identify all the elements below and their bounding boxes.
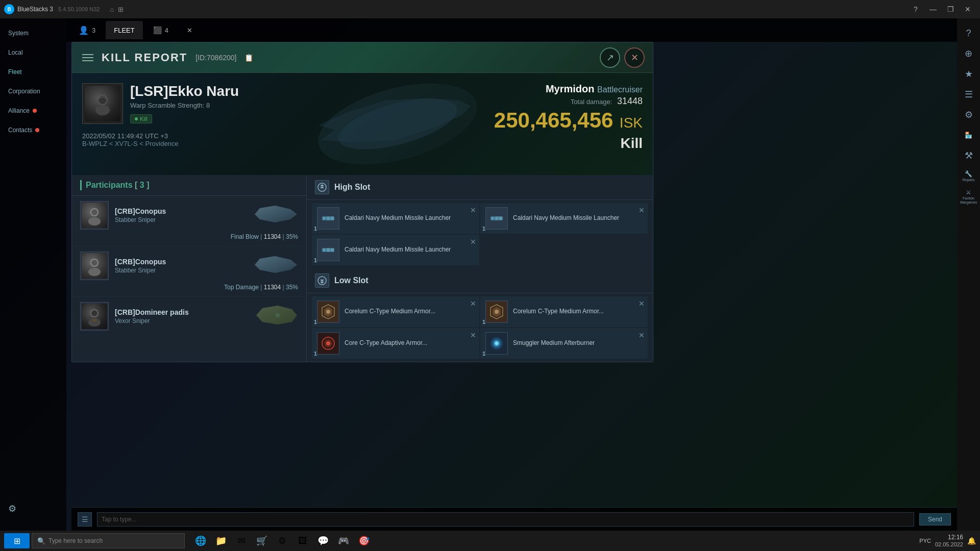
low-slot-remove-1[interactable]: ✕ [470,299,476,308]
nav-tab-monitor[interactable]: ⬛ 4 [145,21,177,39]
titlebar-help-btn[interactable]: ? [908,2,924,16]
right-icon-help[interactable]: ? [959,23,978,43]
isk-value: 250,465,456 [494,108,614,132]
sidebar-item-contacts[interactable]: Contacts [0,120,66,140]
taskbar-app-photos[interactable]: 🖼 [293,533,312,549]
right-icon-add[interactable]: ⊕ [959,44,978,63]
taskbar-app-explorer[interactable]: 📁 [211,533,231,549]
isk-container: 250,465,456 ISK [494,110,643,131]
participant-1-damage: 11304 [264,233,281,240]
taskbar-app-store[interactable]: 🛒 [252,533,272,549]
participant-2-ship: Stabber Sniper [115,267,246,274]
titlebar-close-btn[interactable]: ✕ [960,2,976,16]
modal-id: [ID:7086200] [195,54,236,62]
svg-point-61 [326,310,330,314]
low-slot-remove-3[interactable]: ✕ [470,331,476,339]
taskbar-app-mail[interactable]: ✉ [232,533,251,549]
sidebar-item-corporation[interactable]: Corporation [0,82,66,101]
chat-input[interactable]: Tap to type... [97,512,914,527]
ship-class: Myrmidon Battlecruiser [494,83,643,95]
chat-send-btn[interactable]: Send [919,513,951,525]
svg-point-50 [499,217,502,220]
notification-icon: 🔔 [967,537,976,545]
taskbar-app-settings[interactable]: ⚙ [273,533,292,549]
right-icon-menu[interactable]: ☰ [959,85,978,104]
isk-label: ISK [620,115,643,131]
nav-tab-close[interactable]: ✕ [179,21,201,39]
left-sidebar: System Local Fleet Corporation Alliance … [0,18,66,531]
taskbar-app-game[interactable]: 🎯 [354,533,374,549]
top-nav: 👤 3 FLEET ⬛ 4 ✕ [66,18,957,42]
taskbar-time: 12:16 02.05.2022 [935,534,963,548]
titlebar-minimize-btn[interactable]: — [925,2,941,16]
sidebar-item-help[interactable]: ⚙ [0,497,66,520]
participant-2-name: [CRB]Conopus [115,258,246,266]
right-icon-tools[interactable]: ⚒ [959,146,978,165]
right-icon-store[interactable]: 🏪 [959,126,978,145]
taskbar-search[interactable]: 🔍 Type here to search [32,533,185,548]
taskbar-app-edge[interactable]: 🌐 [191,533,210,549]
hamburger-btn[interactable] [82,54,93,61]
svg-point-34 [91,310,97,316]
sidebar-item-system[interactable]: System [0,23,66,43]
sidebar-item-alliance[interactable]: Alliance [0,101,66,120]
hero-left: [LSR]Ekko Naru Warp Scramble Strength: 8… [82,83,246,165]
svg-point-42 [323,217,326,220]
svg-point-55 [327,248,330,252]
taskbar: ⊞ 🔍 Type here to search 🌐 📁 ✉ 🛒 ⚙ 🖼 💬 🎮 … [0,531,980,551]
svg-point-37 [276,313,280,317]
low-slot-remove-2[interactable]: ✕ [639,299,645,308]
pilot-details: [LSR]Ekko Naru Warp Scramble Strength: 8… [130,83,239,123]
start-button[interactable]: ⊞ [4,533,30,548]
participant-2-stat-type: Top Damage [224,284,259,291]
low-slot-remove-4[interactable]: ✕ [639,331,645,339]
missile-launcher-icon-1 [317,207,339,230]
taskbar-app-discord[interactable]: 💬 [313,533,333,549]
nav-tab-person[interactable]: 👤 3 [70,21,104,39]
modal-title: KILL REPORT [102,51,187,64]
total-damage-value: 31448 [617,96,643,106]
taskbar-app-bluestacks[interactable]: 🎮 [334,533,353,549]
nav-multi-icon[interactable]: ⊞ [118,6,124,13]
right-icon-settings[interactable]: ⚙ [959,105,978,124]
right-icon-repairs[interactable]: 🔧 Repairs [959,166,978,186]
afterburner-icon [485,332,508,355]
modal-export-btn[interactable]: ↗ [600,47,620,68]
high-slot-remove-1[interactable]: ✕ [470,206,476,214]
svg-point-43 [327,217,330,220]
taskbar-right: PYC 12:16 02.05.2022 🔔 [919,534,976,548]
titlebar-controls: ? — ❐ ✕ [908,2,976,16]
high-slot-remove-3[interactable]: ✕ [470,238,476,246]
high-slot-item-3-name: Caldari Navy Medium Missile Launcher [345,246,451,254]
high-slot-remove-2[interactable]: ✕ [639,206,645,214]
hero-ship-bg [296,73,500,175]
copy-icon[interactable]: 📋 [244,54,253,62]
participants-title: Participants [ 3 ] [86,181,150,190]
equip-item-high-1: 1 Caldari Navy Medium Missile Launcher ✕ [312,203,479,234]
high-slot-item-1-name: Caldari Navy Medium Missile Launcher [345,214,451,222]
modal-close-btn[interactable]: ✕ [624,47,645,68]
pilot-timestamp: 2022/05/02 11:49:42 UTC +3 B-WPLZ < XV7L… [82,132,246,147]
low-slot-header: Low Slot [307,268,653,293]
titlebar-version: 5.4.50.1009 N32 [58,6,100,12]
pilot-warp: Warp Scramble Strength: 8 [130,102,239,109]
chat-menu-btn[interactable]: ☰ [78,512,92,527]
nav-home-icon[interactable]: ⌂ [110,6,114,13]
participant-3-name: [CRB]Domineer padis [115,308,246,316]
participant-1-name: [CRB]Conopus [115,207,246,215]
chat-bar: ☰ Tap to type... Send [71,507,957,531]
svg-point-56 [331,248,334,252]
sidebar-item-local[interactable]: Local [0,43,66,62]
export-icon: ↗ [606,52,614,63]
titlebar-restore-btn[interactable]: ❐ [942,2,959,16]
kill-label-text: Kill [494,135,643,152]
nav-tab-fleet[interactable]: FLEET [106,21,142,39]
monitor-icon: ⬛ [153,26,162,34]
ship-svg [308,73,487,175]
svg-point-44 [331,217,334,220]
sidebar-item-fleet[interactable]: Fleet [0,62,66,82]
participant-1-stat-type: Final Blow [231,233,259,240]
right-icon-star[interactable]: ★ [959,64,978,84]
right-icon-faction[interactable]: ⚔ Faction Wargames [959,187,978,206]
modal-header-btns: ↗ ✕ [600,47,645,68]
